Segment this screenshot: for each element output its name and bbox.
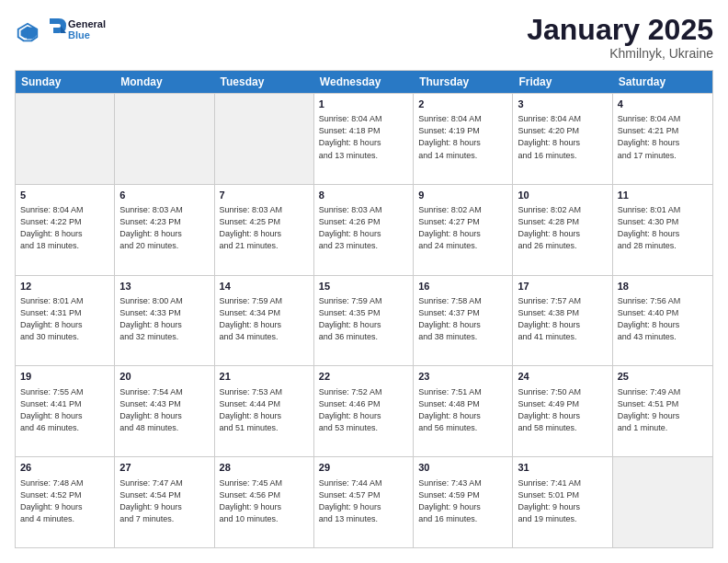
calendar-cell-1-1: 6Sunrise: 8:03 AM Sunset: 4:23 PM Daylig… — [115, 185, 214, 275]
calendar-cell-2-6: 18Sunrise: 7:56 AM Sunset: 4:40 PM Dayli… — [613, 276, 712, 366]
calendar-cell-1-6: 11Sunrise: 8:01 AM Sunset: 4:30 PM Dayli… — [613, 185, 712, 275]
day-number-30: 30 — [418, 461, 507, 475]
calendar-header: Sunday Monday Tuesday Wednesday Thursday… — [16, 71, 712, 93]
day-number-3: 3 — [518, 98, 607, 111]
cell-info-5: Sunrise: 8:04 AM Sunset: 4:22 PM Dayligh… — [20, 204, 109, 252]
cell-info-18: Sunrise: 7:56 AM Sunset: 4:40 PM Dayligh… — [618, 295, 708, 343]
day-number-20: 20 — [119, 370, 209, 384]
cell-info-10: Sunrise: 8:02 AM Sunset: 4:28 PM Dayligh… — [518, 204, 607, 252]
day-number-26: 26 — [20, 461, 109, 475]
calendar-cell-0-5: 3Sunrise: 8:04 AM Sunset: 4:20 PM Daylig… — [513, 94, 612, 184]
day-number-9: 9 — [418, 189, 507, 202]
calendar-cell-1-4: 9Sunrise: 8:02 AM Sunset: 4:27 PM Daylig… — [414, 185, 513, 275]
calendar-cell-2-3: 15Sunrise: 7:59 AM Sunset: 4:35 PM Dayli… — [314, 276, 414, 366]
cell-info-23: Sunrise: 7:51 AM Sunset: 4:48 PM Dayligh… — [418, 386, 507, 434]
page: General Blue January 2025 Khmilnyk, Ukra… — [0, 0, 728, 563]
logo-icon — [15, 20, 40, 46]
header-friday: Friday — [513, 71, 612, 93]
cell-info-25: Sunrise: 7:49 AM Sunset: 4:51 PM Dayligh… — [618, 386, 708, 434]
day-number-4: 4 — [618, 98, 708, 111]
day-number-11: 11 — [618, 189, 708, 202]
cell-info-6: Sunrise: 8:03 AM Sunset: 4:23 PM Dayligh… — [119, 204, 209, 252]
calendar-body: 1Sunrise: 8:04 AM Sunset: 4:18 PM Daylig… — [16, 93, 712, 547]
calendar-cell-2-4: 16Sunrise: 7:58 AM Sunset: 4:37 PM Dayli… — [414, 276, 513, 366]
cell-info-27: Sunrise: 7:47 AM Sunset: 4:54 PM Dayligh… — [119, 477, 209, 525]
calendar-cell-4-4: 30Sunrise: 7:43 AM Sunset: 4:59 PM Dayli… — [414, 457, 513, 547]
cell-info-31: Sunrise: 7:41 AM Sunset: 5:01 PM Dayligh… — [518, 477, 607, 525]
calendar-cell-3-3: 22Sunrise: 7:52 AM Sunset: 4:46 PM Dayli… — [314, 366, 414, 456]
header-saturday: Saturday — [613, 71, 712, 93]
calendar-cell-4-5: 31Sunrise: 7:41 AM Sunset: 5:01 PM Dayli… — [513, 457, 612, 547]
cell-info-14: Sunrise: 7:59 AM Sunset: 4:34 PM Dayligh… — [220, 295, 309, 343]
day-number-27: 27 — [119, 461, 209, 475]
cell-info-21: Sunrise: 7:53 AM Sunset: 4:44 PM Dayligh… — [220, 386, 309, 434]
calendar-cell-2-5: 17Sunrise: 7:57 AM Sunset: 4:38 PM Dayli… — [513, 276, 612, 366]
day-number-5: 5 — [20, 189, 109, 202]
calendar-cell-0-0 — [16, 94, 115, 184]
logo: General Blue — [15, 15, 118, 52]
title-section: January 2025 Khmilnyk, Ukraine — [527, 15, 713, 61]
calendar-cell-2-0: 12Sunrise: 8:01 AM Sunset: 4:31 PM Dayli… — [16, 276, 115, 366]
day-number-22: 22 — [319, 370, 408, 384]
day-number-2: 2 — [418, 98, 507, 111]
calendar: Sunday Monday Tuesday Wednesday Thursday… — [15, 70, 713, 548]
cell-info-9: Sunrise: 8:02 AM Sunset: 4:27 PM Dayligh… — [418, 204, 507, 252]
day-number-1: 1 — [319, 98, 408, 111]
day-number-29: 29 — [319, 461, 408, 475]
day-number-31: 31 — [518, 461, 607, 475]
cell-info-12: Sunrise: 8:01 AM Sunset: 4:31 PM Dayligh… — [20, 295, 109, 343]
day-number-7: 7 — [220, 189, 309, 202]
calendar-cell-1-0: 5Sunrise: 8:04 AM Sunset: 4:22 PM Daylig… — [16, 185, 115, 275]
cell-info-24: Sunrise: 7:50 AM Sunset: 4:49 PM Dayligh… — [518, 386, 607, 434]
calendar-cell-1-2: 7Sunrise: 8:03 AM Sunset: 4:25 PM Daylig… — [215, 185, 314, 275]
cell-info-19: Sunrise: 7:55 AM Sunset: 4:41 PM Dayligh… — [20, 386, 109, 434]
calendar-cell-3-1: 20Sunrise: 7:54 AM Sunset: 4:43 PM Dayli… — [115, 366, 214, 456]
cell-info-11: Sunrise: 8:01 AM Sunset: 4:30 PM Dayligh… — [618, 204, 708, 252]
cell-info-22: Sunrise: 7:52 AM Sunset: 4:46 PM Dayligh… — [319, 386, 408, 434]
calendar-row-2: 5Sunrise: 8:04 AM Sunset: 4:22 PM Daylig… — [16, 184, 712, 275]
day-number-12: 12 — [20, 280, 109, 293]
day-number-21: 21 — [220, 370, 309, 384]
month-title: January 2025 — [527, 15, 713, 44]
day-number-17: 17 — [518, 280, 607, 293]
calendar-cell-4-0: 26Sunrise: 7:48 AM Sunset: 4:52 PM Dayli… — [16, 457, 115, 547]
cell-info-13: Sunrise: 8:00 AM Sunset: 4:33 PM Dayligh… — [119, 295, 209, 343]
cell-info-3: Sunrise: 8:04 AM Sunset: 4:20 PM Dayligh… — [518, 113, 607, 161]
calendar-row-5: 26Sunrise: 7:48 AM Sunset: 4:52 PM Dayli… — [16, 456, 712, 547]
day-number-18: 18 — [618, 280, 708, 293]
calendar-cell-2-2: 14Sunrise: 7:59 AM Sunset: 4:34 PM Dayli… — [215, 276, 314, 366]
calendar-cell-4-6 — [613, 457, 712, 547]
calendar-cell-4-3: 29Sunrise: 7:44 AM Sunset: 4:57 PM Dayli… — [314, 457, 414, 547]
day-number-28: 28 — [220, 461, 309, 475]
calendar-cell-2-1: 13Sunrise: 8:00 AM Sunset: 4:33 PM Dayli… — [115, 276, 214, 366]
calendar-cell-3-2: 21Sunrise: 7:53 AM Sunset: 4:44 PM Dayli… — [215, 366, 314, 456]
location-subtitle: Khmilnyk, Ukraine — [527, 46, 713, 61]
cell-info-20: Sunrise: 7:54 AM Sunset: 4:43 PM Dayligh… — [119, 386, 209, 434]
day-number-24: 24 — [518, 370, 607, 384]
calendar-cell-3-6: 25Sunrise: 7:49 AM Sunset: 4:51 PM Dayli… — [613, 366, 712, 456]
calendar-cell-3-4: 23Sunrise: 7:51 AM Sunset: 4:48 PM Dayli… — [414, 366, 513, 456]
cell-info-26: Sunrise: 7:48 AM Sunset: 4:52 PM Dayligh… — [20, 477, 109, 525]
cell-info-7: Sunrise: 8:03 AM Sunset: 4:25 PM Dayligh… — [220, 204, 309, 252]
day-number-6: 6 — [119, 189, 209, 202]
calendar-cell-0-3: 1Sunrise: 8:04 AM Sunset: 4:18 PM Daylig… — [314, 94, 414, 184]
cell-info-29: Sunrise: 7:44 AM Sunset: 4:57 PM Dayligh… — [319, 477, 408, 525]
day-number-10: 10 — [518, 189, 607, 202]
calendar-cell-0-6: 4Sunrise: 8:04 AM Sunset: 4:21 PM Daylig… — [613, 94, 712, 184]
calendar-cell-0-2 — [215, 94, 314, 184]
header-monday: Monday — [115, 71, 214, 93]
calendar-row-4: 19Sunrise: 7:55 AM Sunset: 4:41 PM Dayli… — [16, 365, 712, 456]
calendar-row-1: 1Sunrise: 8:04 AM Sunset: 4:18 PM Daylig… — [16, 93, 712, 184]
generalblue-logo: General Blue — [44, 15, 118, 48]
header-thursday: Thursday — [414, 71, 513, 93]
cell-info-1: Sunrise: 8:04 AM Sunset: 4:18 PM Dayligh… — [319, 113, 408, 161]
cell-info-16: Sunrise: 7:58 AM Sunset: 4:37 PM Dayligh… — [418, 295, 507, 343]
calendar-cell-0-4: 2Sunrise: 8:04 AM Sunset: 4:19 PM Daylig… — [414, 94, 513, 184]
header: General Blue January 2025 Khmilnyk, Ukra… — [15, 15, 713, 61]
calendar-cell-1-3: 8Sunrise: 8:03 AM Sunset: 4:26 PM Daylig… — [314, 185, 414, 275]
calendar-cell-4-1: 27Sunrise: 7:47 AM Sunset: 4:54 PM Dayli… — [115, 457, 214, 547]
calendar-cell-4-2: 28Sunrise: 7:45 AM Sunset: 4:56 PM Dayli… — [215, 457, 314, 547]
header-sunday: Sunday — [16, 71, 115, 93]
logo-text-block: General Blue — [44, 15, 118, 52]
cell-info-15: Sunrise: 7:59 AM Sunset: 4:35 PM Dayligh… — [319, 295, 408, 343]
